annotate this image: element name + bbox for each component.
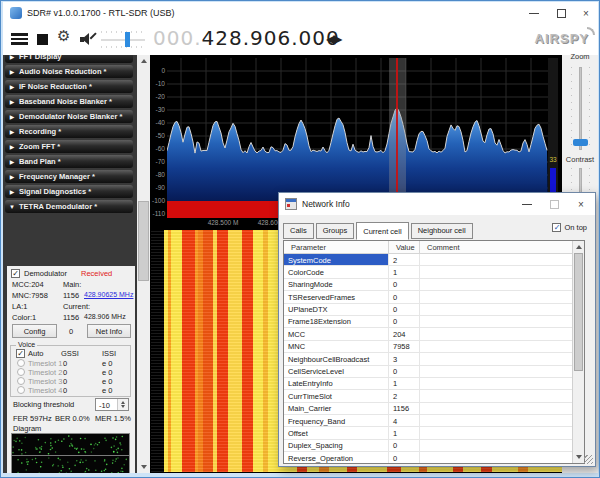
- main-frequency-link[interactable]: 428.90625 MHz: [84, 291, 133, 298]
- popup-minimize-button[interactable]: [515, 193, 539, 215]
- table-row[interactable]: SystemCode2: [284, 254, 572, 266]
- color-label: Color:1: [12, 313, 36, 322]
- cell-value: 0: [389, 440, 420, 451]
- timeslot-radio[interactable]: [17, 359, 25, 367]
- sidebar-panel-signal-diagnostics[interactable]: ▶Signal Diagnostics *: [5, 185, 133, 198]
- blocking-threshold-value: -10: [99, 401, 110, 410]
- volume-slider[interactable]: [101, 39, 145, 41]
- settings-gear-icon[interactable]: ⚙: [57, 27, 70, 45]
- table-scrollbar-thumb[interactable]: [574, 253, 583, 371]
- table-row[interactable]: LateEntryInfo1: [284, 378, 572, 390]
- scroll-up-icon[interactable]: [137, 55, 150, 67]
- demodulator-checkbox[interactable]: ✓: [11, 269, 20, 278]
- timeslot-radio[interactable]: [17, 368, 25, 376]
- table-row[interactable]: Duplex_Spacing0: [284, 440, 572, 452]
- ber-stat: BER 0.0%: [55, 414, 90, 423]
- table-row[interactable]: CellServiceLevel0: [284, 366, 572, 378]
- net-info-button[interactable]: Net Info: [87, 324, 131, 338]
- panel-label: Baseband Noise Blanker *: [19, 97, 112, 106]
- table-row[interactable]: CurrTimeSlot2: [284, 390, 572, 402]
- close-button[interactable]: ×: [574, 2, 598, 24]
- zoom-slider-thumb[interactable]: [573, 139, 588, 146]
- frequency-display[interactable]: 000.428.906.000: [153, 26, 340, 50]
- diagram-label: Diagram: [13, 424, 41, 433]
- cell-comment: [420, 452, 572, 463]
- blocking-threshold-stepper[interactable]: -10: [95, 398, 129, 411]
- timeslot-radio[interactable]: [17, 386, 25, 394]
- cell-comment: [420, 291, 572, 302]
- sidebar-panel-frequency-manager[interactable]: ▶Frequency Manager *: [5, 170, 133, 183]
- cell-comment: [420, 328, 572, 339]
- sidebar-panel-recording[interactable]: ▶Recording *: [5, 125, 133, 138]
- config-button[interactable]: Config: [12, 324, 57, 338]
- tab-current-cell[interactable]: Current cell: [356, 222, 408, 240]
- menu-icon[interactable]: [11, 33, 28, 45]
- table-row[interactable]: NeighbourCellBroadcast3: [284, 353, 572, 365]
- scroll-down-icon[interactable]: [137, 461, 150, 473]
- la-label: LA:1: [12, 302, 27, 311]
- sidebar-panel-audio-noise-reduction[interactable]: ▶Audio Noise Reduction *: [5, 65, 133, 78]
- current-carrier: 1156: [63, 313, 79, 322]
- table-row[interactable]: Frequency_Band4: [284, 415, 572, 427]
- tab-neighbour-cell[interactable]: Neighbour cell: [411, 223, 473, 239]
- on-top-control[interactable]: ✓ On top: [552, 223, 587, 232]
- cell-parameter: Frame18Extension: [284, 316, 389, 327]
- popup-close-button[interactable]: ×: [569, 193, 593, 215]
- voice-label: Voice: [16, 341, 37, 348]
- cell-parameter: UPlaneDTX: [284, 304, 389, 315]
- zoom-slider[interactable]: [579, 67, 582, 150]
- sidebar-panel-tetra-demodulator[interactable]: ▼TETRA Demodulator *: [5, 200, 133, 213]
- sidebar-panel-baseband-noise-blanker[interactable]: ▶Baseband Noise Blanker *: [5, 95, 133, 108]
- col-comment[interactable]: Comment: [420, 241, 572, 253]
- title-bar: SDR# v1.0.0.1700 - RTL-SDR (USB) ×: [3, 2, 598, 24]
- contrast-slider-label: Contrast: [562, 155, 598, 164]
- sidebar-panel-if-noise-reduction[interactable]: ▶IF Noise Reduction *: [5, 80, 133, 93]
- network-info-icon: [285, 198, 297, 210]
- sidebar-panel-zoom-fft[interactable]: ▶Zoom FFT *: [5, 140, 133, 153]
- sidebar-panel-demodulator-noise-blanker[interactable]: ▶Demodulator Noise Blanker *: [5, 110, 133, 123]
- maximize-button[interactable]: [549, 2, 573, 24]
- table-row[interactable]: Offset1: [284, 427, 572, 439]
- mute-speaker-icon[interactable]: [80, 33, 96, 46]
- table-header: Parameter Value Comment: [284, 241, 584, 254]
- on-top-checkbox[interactable]: ✓: [552, 223, 561, 232]
- chevron-right-icon: ▶: [5, 173, 19, 180]
- table-row[interactable]: Main_Carrier1156: [284, 403, 572, 415]
- panel-label: Audio Noise Reduction *: [19, 67, 107, 76]
- table-row[interactable]: SharingMode0: [284, 279, 572, 291]
- volume-slider-thumb[interactable]: [125, 32, 130, 47]
- table-row[interactable]: MCC204: [284, 328, 572, 340]
- table-row[interactable]: Frame18Extension0: [284, 316, 572, 328]
- tab-groups[interactable]: Groups: [316, 223, 355, 239]
- table-row[interactable]: ColorCode1: [284, 266, 572, 278]
- tune-step-arrows[interactable]: ◀▶: [326, 32, 340, 46]
- resize-grip[interactable]: [584, 455, 593, 464]
- col-parameter[interactable]: Parameter: [284, 241, 389, 253]
- cell-parameter: ColorCode: [284, 266, 389, 277]
- table-row[interactable]: UPlaneDTX0: [284, 304, 572, 316]
- db-tick-label: -70: [139, 158, 165, 165]
- issi-header: ISSI: [102, 349, 116, 358]
- stepper-down-icon: [121, 405, 125, 408]
- table-scrollbar[interactable]: [572, 241, 584, 463]
- sidebar-scrollbar[interactable]: [137, 55, 150, 473]
- current-label: Current:: [63, 302, 90, 311]
- tab-calls[interactable]: Calls: [283, 223, 314, 239]
- timeslot-radio[interactable]: [17, 377, 25, 385]
- auto-checkbox[interactable]: ✓: [16, 349, 25, 358]
- minimize-button[interactable]: [522, 2, 546, 24]
- stop-button[interactable]: [37, 34, 48, 45]
- table-row[interactable]: MNC7958: [284, 341, 572, 353]
- table-scroll-up-icon[interactable]: [573, 241, 585, 253]
- fer-stat: FER 597Hz: [13, 414, 52, 423]
- plugin-sidebar: ▶FFT Display▶Audio Noise Reduction *▶IF …: [3, 55, 137, 473]
- cell-comment: [420, 254, 572, 265]
- sidebar-panel-fft-display[interactable]: ▶FFT Display: [5, 55, 133, 63]
- table-row[interactable]: TSReservedFrames0: [284, 291, 572, 303]
- table-row[interactable]: Reverse_Operation0: [284, 452, 572, 463]
- zoom-ticks-right: [589, 67, 590, 150]
- stepper-arrows[interactable]: [117, 399, 128, 410]
- sidebar-panel-band-plan[interactable]: ▶Band Plan *: [5, 155, 133, 168]
- zoom-ticks-left: [571, 67, 572, 150]
- col-value[interactable]: Value: [389, 241, 420, 253]
